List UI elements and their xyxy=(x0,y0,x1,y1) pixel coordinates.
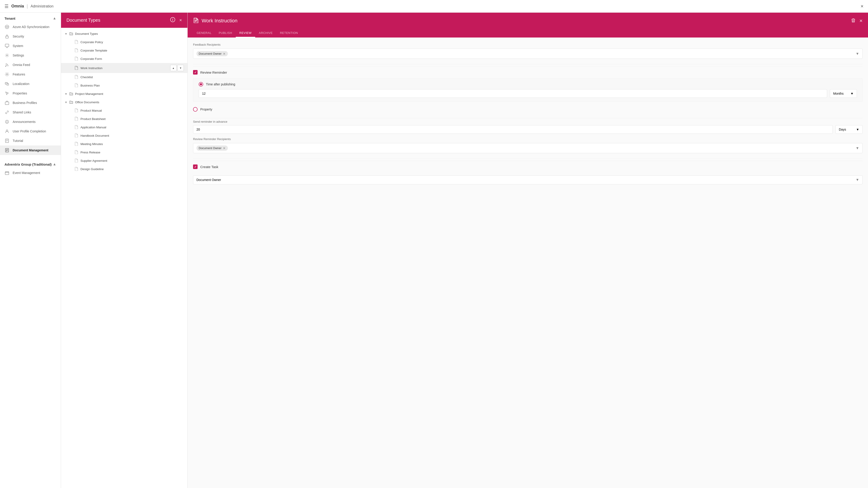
tree-item-supplier-agreement[interactable]: Supplier Agreement xyxy=(61,157,187,165)
sidebar-item-document-management[interactable]: Document Management xyxy=(0,145,61,155)
sidebar-item-business-profiles[interactable]: Business Profiles xyxy=(0,98,61,107)
tree-item-design-guideline[interactable]: Design Guideline xyxy=(61,165,187,173)
feedback-recipients-field[interactable]: Document Owner ✕ ▼ xyxy=(193,48,863,59)
announcements-icon xyxy=(4,119,9,124)
property-radio[interactable] xyxy=(193,107,197,111)
tab-review[interactable]: REVIEW xyxy=(236,29,255,37)
sidebar-item-localization[interactable]: Localization xyxy=(0,79,61,89)
tab-archive[interactable]: ARCHIVE xyxy=(255,29,276,37)
tree-item-project-management[interactable]: ▼ Project Management xyxy=(61,90,187,98)
document-types-info-button[interactable] xyxy=(170,17,175,23)
tree-item-press-release[interactable]: Press Release xyxy=(61,148,187,157)
send-reminder-unit-value: Days xyxy=(839,128,846,131)
tree-item-application-manual[interactable]: Application Manual xyxy=(61,123,187,131)
work-instruction-delete-button[interactable] xyxy=(851,18,856,24)
svg-rect-2 xyxy=(5,44,9,47)
sidebar-document-management-label: Document Management xyxy=(13,149,49,152)
sidebar-shared-links-label: Shared Links xyxy=(13,110,31,114)
sidebar-tenant-section-header[interactable]: Tenant ▲ xyxy=(0,13,61,22)
svg-point-4 xyxy=(5,66,6,67)
tree-item-label-design-guideline: Design Guideline xyxy=(81,167,184,171)
feedback-recipients-section: Feedback Recipients Document Owner ✕ ▼ xyxy=(193,43,863,59)
tree-item-business-plan[interactable]: Business Plan xyxy=(61,81,187,90)
sidebar-announcements-label: Announcements xyxy=(13,120,35,124)
tree-item-label-business-plan: Business Plan xyxy=(81,84,184,87)
sidebar-item-shared-links[interactable]: Shared Links xyxy=(0,107,61,117)
tree-item-move-down-button[interactable]: ▼ xyxy=(178,65,184,71)
hamburger-menu-button[interactable]: ☰ xyxy=(4,4,8,9)
tab-retention[interactable]: RETENTION xyxy=(276,29,302,37)
feedback-recipients-label: Feedback Recipients xyxy=(193,43,863,46)
tree-item-meeting-minutes[interactable]: Meeting Minutes xyxy=(61,140,187,148)
tree-item-label-corporate-policy: Corporate Policy xyxy=(81,40,184,44)
sidebar-adventrix-section-header[interactable]: Adventrix Group (Traditional) ▲ xyxy=(0,159,61,168)
system-icon xyxy=(4,43,9,48)
sidebar-item-settings[interactable]: Settings xyxy=(0,51,61,60)
sidebar-item-tutorial[interactable]: Tutorial xyxy=(0,136,61,145)
send-reminder-value-input[interactable] xyxy=(193,125,833,134)
sidebar-item-properties[interactable]: Properties xyxy=(0,89,61,98)
tree-item-label-press-release: Press Release xyxy=(81,151,184,154)
task-assignee-field[interactable]: Document Owner ▼ xyxy=(193,175,863,184)
sidebar-item-omnia-feed[interactable]: Omnia Feed xyxy=(0,60,61,70)
doc-icon-supplier-agreement xyxy=(74,158,79,163)
work-instruction-header-left: Work Instruction xyxy=(193,17,238,24)
feedback-recipient-remove-button[interactable]: ✕ xyxy=(223,52,225,55)
review-reminder-checkbox[interactable] xyxy=(193,70,197,74)
tree-item-move-up-button[interactable]: ▲ xyxy=(170,65,177,71)
document-types-panel: Document Types × ▼ xyxy=(61,13,188,488)
doc-icon-product-beatsheet xyxy=(74,117,79,121)
tree-item-checklist[interactable]: Checklist xyxy=(61,73,187,81)
tree-item-product-manual[interactable]: Product Manual xyxy=(61,106,187,115)
event-management-icon xyxy=(4,170,9,175)
page-title: Administration xyxy=(31,4,53,8)
tree-item-office-documents[interactable]: ▼ Office Documents xyxy=(61,98,187,106)
properties-icon xyxy=(4,91,9,96)
task-assignee-value: Document Owner xyxy=(196,178,221,182)
send-reminder-unit-arrow: ▼ xyxy=(856,128,859,131)
feedback-recipient-tag-document-owner: Document Owner ✕ xyxy=(196,51,228,56)
sidebar-item-announcements[interactable]: Announcements xyxy=(0,117,61,127)
time-value-input[interactable] xyxy=(199,89,827,98)
divider-2 xyxy=(193,118,863,118)
tree-item-work-instruction[interactable]: Work Instruction ▲ ▼ xyxy=(61,63,187,73)
review-reminder-recipients-field[interactable]: Document Owner ✕ ▼ xyxy=(193,143,863,153)
topbar-close-button[interactable]: × xyxy=(861,3,864,9)
tab-publish[interactable]: PUBLISH xyxy=(215,29,236,37)
task-assignee-dropdown-arrow[interactable]: ▼ xyxy=(856,178,859,182)
main-layout: Tenant ▲ Azure AD Synchronization Securi… xyxy=(0,13,868,488)
doc-icon-corporate-form xyxy=(74,57,79,61)
property-label: Property xyxy=(200,107,212,111)
tree-item-label-handbook-document: Handbook Document xyxy=(81,134,184,137)
tree-item-product-beatsheet[interactable]: Product Beatsheet xyxy=(61,115,187,123)
sidebar-item-event-management[interactable]: Event Management xyxy=(0,168,61,177)
time-after-publishing-radio[interactable] xyxy=(199,82,203,87)
document-types-close-button[interactable]: × xyxy=(179,18,182,23)
tree-root-document-types[interactable]: ▼ Document Types xyxy=(61,30,187,38)
time-unit-select[interactable]: Months ▼ xyxy=(830,89,857,98)
tree-item-corporate-policy[interactable]: Corporate Policy xyxy=(61,38,187,46)
sidebar-item-system[interactable]: System xyxy=(0,41,61,51)
work-instruction-close-button[interactable]: × xyxy=(860,18,863,24)
sidebar-item-user-profile-completion[interactable]: User Profile Completion xyxy=(0,127,61,136)
tree-root-chevron: ▼ xyxy=(65,32,69,35)
tree-item-label-corporate-form: Corporate Form xyxy=(81,57,184,61)
tree-item-handbook-document[interactable]: Handbook Document xyxy=(61,131,187,140)
tree-item-corporate-form[interactable]: Corporate Form xyxy=(61,55,187,63)
svg-rect-7 xyxy=(5,102,9,105)
tree-project-management-chevron: ▼ xyxy=(65,92,69,96)
doc-icon-press-release xyxy=(74,150,79,155)
sidebar-item-features[interactable]: Features xyxy=(0,70,61,79)
review-recipient-remove-button[interactable]: ✕ xyxy=(223,147,225,150)
sidebar-adventrix-arrow: ▲ xyxy=(53,162,56,166)
create-task-checkbox[interactable] xyxy=(193,164,197,169)
tab-general[interactable]: GENERAL xyxy=(193,29,215,37)
send-reminder-unit-select[interactable]: Days ▼ xyxy=(835,125,863,134)
review-recipients-dropdown-arrow[interactable]: ▼ xyxy=(856,146,859,150)
sidebar-item-security[interactable]: Security xyxy=(0,32,61,41)
tree-item-label-supplier-agreement: Supplier Agreement xyxy=(81,159,184,162)
tree-item-corporate-template[interactable]: Corporate Template xyxy=(61,46,187,55)
tree-project-management-label: Project Management xyxy=(75,92,184,96)
feedback-recipients-dropdown-arrow[interactable]: ▼ xyxy=(856,52,859,56)
sidebar-item-azure-ad[interactable]: Azure AD Synchronization xyxy=(0,22,61,32)
